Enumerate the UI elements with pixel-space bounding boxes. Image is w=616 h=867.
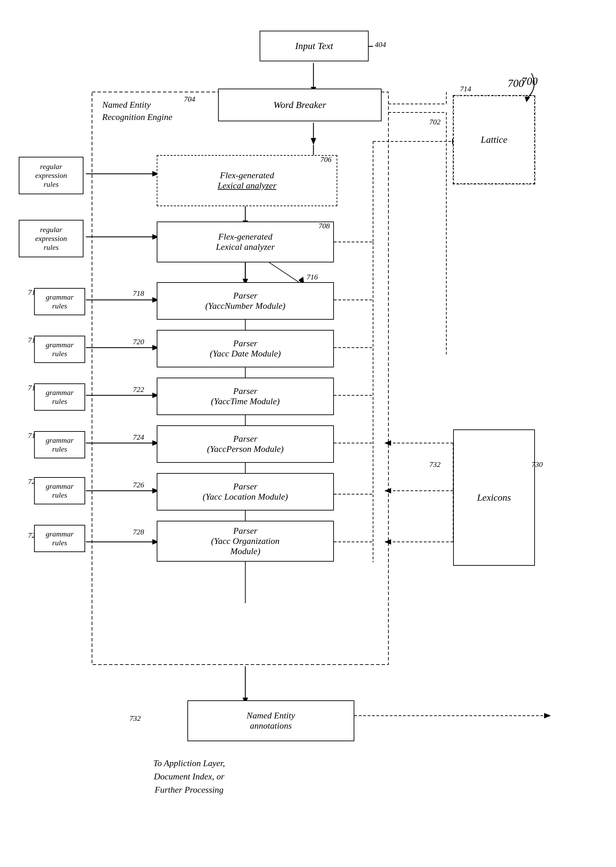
word-breaker-box: Word Breaker: [218, 89, 382, 121]
svg-marker-58: [384, 539, 391, 544]
label-732b: 732: [129, 714, 141, 723]
label-732a: 732: [429, 460, 440, 469]
label-702: 702: [429, 118, 440, 126]
label-724: 724: [133, 433, 144, 442]
label-706: 706: [320, 155, 332, 164]
grammar-719-box: grammarrules: [34, 431, 85, 458]
svg-marker-54: [384, 440, 391, 446]
parser-person-box: Parser(YaccPerson Module): [157, 425, 334, 463]
label-720: 720: [133, 337, 144, 346]
input-text-box: Input Text: [259, 31, 369, 61]
label-728: 728: [133, 527, 144, 537]
flex-gen-1-box: Flex-generatedLexical analyzer: [157, 155, 337, 206]
svg-marker-56: [384, 488, 391, 494]
grammar-717-box: grammarrules: [34, 383, 85, 411]
label-716: 716: [306, 273, 318, 282]
label-730: 730: [531, 460, 543, 469]
parser-number-box: Parser(YaccNumber Module): [157, 282, 334, 320]
label-722: 722: [133, 385, 144, 394]
label-404: 404: [375, 40, 386, 49]
parser-time-box: Parser(YaccTime Module): [157, 378, 334, 415]
lexicons-box: Lexicons: [453, 430, 535, 566]
footer-text: To Appliction Layer, Document Index, or …: [153, 757, 225, 796]
label-708: 708: [319, 222, 330, 230]
svg-marker-63: [544, 713, 551, 718]
parser-org-box: Parser(Yacc OrganizationModule): [157, 521, 334, 562]
svg-line-69: [269, 263, 300, 283]
label-714: 714: [460, 85, 471, 93]
grammar-713-box: grammarrules: [34, 288, 85, 315]
grammar-715-box: grammarrules: [34, 336, 85, 363]
svg-text:700: 700: [508, 77, 524, 89]
parser-location-box: Parser(Yacc Location Module): [157, 473, 334, 510]
ner-engine-label: Named EntityRecognition Engine: [102, 99, 198, 124]
parser-date-box: Parser(Yacc Date Module): [157, 330, 334, 367]
grammar-723-box: grammarrules: [34, 525, 85, 552]
label-700-arrow: 700: [504, 66, 545, 107]
flex-gen-2-box: Flex-generatedLexical analyzer: [157, 222, 334, 263]
svg-marker-7: [311, 138, 316, 145]
grammar-721-box: grammarrules: [34, 477, 85, 504]
reg-expr-2-box: regularexpressionrules: [19, 220, 83, 257]
diagram-container: Input Text 404 700 704 Word Breaker 702 …: [0, 0, 616, 867]
svg-marker-71: [525, 96, 530, 102]
named-entity-ann-box: Named Entityannotations: [187, 700, 354, 741]
lattice-box: Lattice: [453, 95, 535, 184]
label-726: 726: [133, 480, 144, 489]
reg-expr-1-box: regularexpressionrules: [19, 157, 83, 194]
label-718: 718: [133, 289, 144, 298]
